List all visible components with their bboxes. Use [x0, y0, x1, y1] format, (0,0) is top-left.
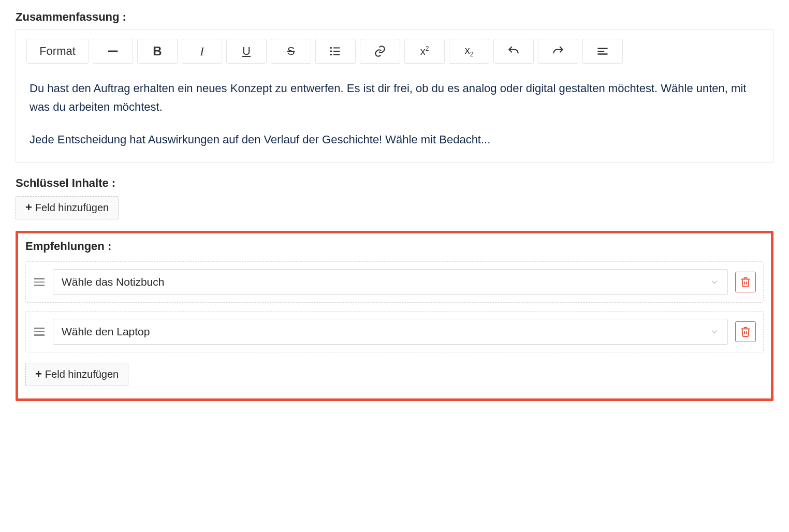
format-dropdown[interactable]: Format	[26, 39, 89, 64]
strikethrough-icon: S	[287, 45, 295, 58]
svg-rect-6	[333, 54, 340, 55]
delete-button[interactable]	[735, 321, 756, 342]
redo-icon	[551, 45, 565, 58]
drag-handle-icon[interactable]	[33, 276, 46, 288]
recommendation-select[interactable]: Wähle den Laptop	[53, 319, 728, 345]
chevron-down-icon	[710, 327, 719, 336]
bold-button[interactable]: B	[137, 39, 178, 64]
trash-icon	[740, 276, 751, 288]
plus-icon: +	[25, 202, 32, 213]
link-icon	[373, 45, 387, 58]
plus-icon: +	[35, 368, 42, 380]
chevron-down-icon	[710, 277, 719, 287]
list-icon	[329, 45, 342, 58]
link-button[interactable]	[360, 39, 400, 64]
add-key-content-button[interactable]: + Feld hinzufügen	[16, 196, 119, 219]
superscript-icon: x2	[420, 45, 429, 57]
editor-content[interactable]: Du hast den Auftrag erhalten ein neues K…	[26, 79, 763, 149]
svg-point-1	[330, 47, 332, 49]
svg-rect-2	[333, 47, 340, 48]
horizontal-rule-button[interactable]	[93, 39, 133, 64]
svg-rect-7	[597, 48, 608, 49]
minus-icon	[106, 44, 120, 58]
undo-button[interactable]	[493, 39, 534, 64]
svg-point-5	[330, 54, 332, 55]
summary-editor: Format B I U S x2 x2	[16, 29, 773, 163]
delete-button[interactable]	[735, 272, 756, 292]
add-field-label: Feld hinzufügen	[35, 202, 109, 214]
drag-handle-icon[interactable]	[33, 326, 46, 338]
bold-icon: B	[153, 44, 162, 58]
editor-paragraph: Jede Entscheidung hat Auswirkungen auf d…	[30, 130, 759, 149]
add-field-label: Feld hinzufügen	[45, 368, 119, 380]
recommendation-row: Wähle den Laptop	[25, 311, 764, 352]
recommendation-value: Wähle den Laptop	[62, 326, 150, 338]
align-button[interactable]	[582, 39, 623, 64]
italic-icon: I	[200, 45, 204, 58]
key-contents-label: Schlüssel Inhalte :	[16, 176, 773, 190]
add-recommendation-button[interactable]: + Feld hinzufügen	[25, 363, 128, 386]
trash-icon	[740, 326, 751, 337]
editor-toolbar: Format B I U S x2 x2	[26, 39, 763, 64]
recommendation-value: Wähle das Notizbuch	[62, 276, 164, 288]
svg-rect-4	[333, 51, 340, 52]
subscript-button[interactable]: x2	[449, 39, 489, 64]
undo-icon	[507, 45, 520, 58]
summary-label: Zusammenfassung :	[16, 10, 773, 24]
underline-icon: U	[242, 45, 251, 58]
recommendations-label: Empfehlungen :	[25, 240, 764, 253]
list-button[interactable]	[315, 39, 356, 64]
editor-paragraph: Du hast den Auftrag erhalten ein neues K…	[30, 79, 759, 117]
superscript-button[interactable]: x2	[404, 39, 445, 64]
underline-button[interactable]: U	[226, 39, 267, 64]
strikethrough-button[interactable]: S	[271, 39, 311, 64]
italic-button[interactable]: I	[182, 39, 222, 64]
recommendation-row: Wähle das Notizbuch	[25, 261, 764, 303]
svg-point-3	[330, 50, 332, 52]
format-label: Format	[39, 45, 76, 58]
recommendations-section: Empfehlungen : Wähle das Notizbuch Wähle…	[16, 231, 773, 401]
recommendation-select[interactable]: Wähle das Notizbuch	[53, 269, 728, 295]
svg-rect-9	[597, 53, 608, 54]
subscript-icon: x2	[465, 45, 474, 58]
redo-button[interactable]	[538, 39, 578, 64]
align-icon	[596, 45, 609, 58]
svg-rect-8	[597, 51, 604, 52]
